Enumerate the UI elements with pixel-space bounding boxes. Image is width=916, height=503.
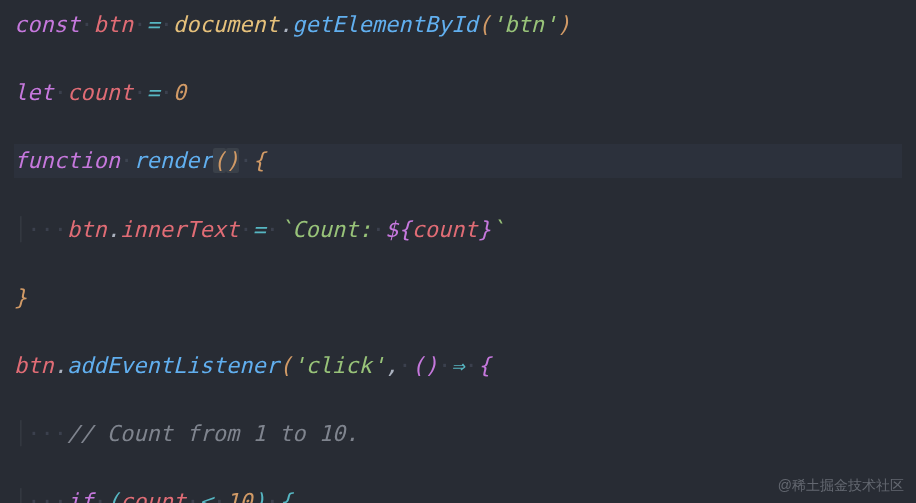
fn-render: render [133,148,212,173]
whitespace-dot: · [266,217,279,242]
tpl-text: Count: [292,217,371,242]
comment: // Count from 1 to 10. [67,421,358,446]
whitespace-dot: · [133,80,146,105]
var-count: count [67,80,133,105]
whitespace-dot: · [266,489,279,503]
whitespace-dot: · [213,489,226,503]
brace-open: { [279,489,292,503]
paren-close: ) [252,489,265,503]
indent-guide: │ [14,217,27,242]
whitespace-dot: · [27,421,40,446]
indent-guide: │ [14,489,27,503]
whitespace-dot: · [54,80,67,105]
string-btn: 'btn' [491,12,557,37]
dot: . [107,217,120,242]
backtick: ` [279,217,292,242]
paren-open: ( [478,12,491,37]
var-btn: btn [93,12,133,37]
whitespace-dot: · [160,80,173,105]
op-equals: = [252,217,265,242]
num-10: 10 [226,489,253,503]
op-lt: < [199,489,212,503]
paren-close: ) [557,12,570,37]
whitespace-dot: · [160,12,173,37]
keyword-let: let [14,80,54,105]
whitespace-dot: · [239,217,252,242]
whitespace-dot: · [133,12,146,37]
var-count: count [120,489,186,503]
string-click: 'click' [292,353,385,378]
whitespace-dot: · [398,353,411,378]
whitespace-dot: · [464,353,477,378]
var-btn: btn [67,217,107,242]
dot: . [54,353,67,378]
paren-close: ) [425,353,438,378]
whitespace-dot: · [54,217,67,242]
num-0: 0 [173,80,186,105]
brace-open: { [478,353,491,378]
whitespace-dot: · [239,148,252,173]
keyword-function: function [14,148,120,173]
indent-guide: │ [14,421,27,446]
whitespace-dot: · [41,217,54,242]
prop-innerText: innerText [120,217,239,242]
whitespace-dot: · [54,489,67,503]
brace-open: { [252,148,265,173]
var-btn: btn [14,353,54,378]
whitespace-dot: · [41,421,54,446]
whitespace-dot: · [27,217,40,242]
watermark-text: @稀土掘金技术社区 [778,475,904,497]
keyword-if: if [67,489,94,503]
whitespace-dot: · [372,217,385,242]
op-equals: = [146,12,159,37]
whitespace-dot: · [94,489,107,503]
paren-open: ( [411,353,424,378]
var-document: document [173,12,279,37]
paren-open: ( [213,148,226,173]
dot: . [279,12,292,37]
paren-close: ) [226,148,239,173]
tpl-close: } [478,217,491,242]
brace-close: } [14,285,27,310]
var-count: count [411,217,477,242]
whitespace-dot: · [41,489,54,503]
whitespace-dot: · [27,489,40,503]
comma: , [385,353,398,378]
paren-open: ( [107,489,120,503]
keyword-const: const [14,12,80,37]
paren-open: ( [279,353,292,378]
tpl-open: ${ [385,217,412,242]
whitespace-dot: · [438,353,451,378]
whitespace-dot: · [186,489,199,503]
code-editor[interactable]: const·btn·=·document.getElementById('btn… [14,8,902,503]
whitespace-dot: · [54,421,67,446]
active-line: function·render()·{ [14,144,902,178]
arrow: ⇒ [451,353,464,378]
fn-getElementById: getElementById [292,12,477,37]
op-equals: = [146,80,159,105]
whitespace-dot: · [120,148,133,173]
backtick: ` [491,217,504,242]
fn-addEventListener: addEventListener [67,353,279,378]
whitespace-dot: · [80,12,93,37]
